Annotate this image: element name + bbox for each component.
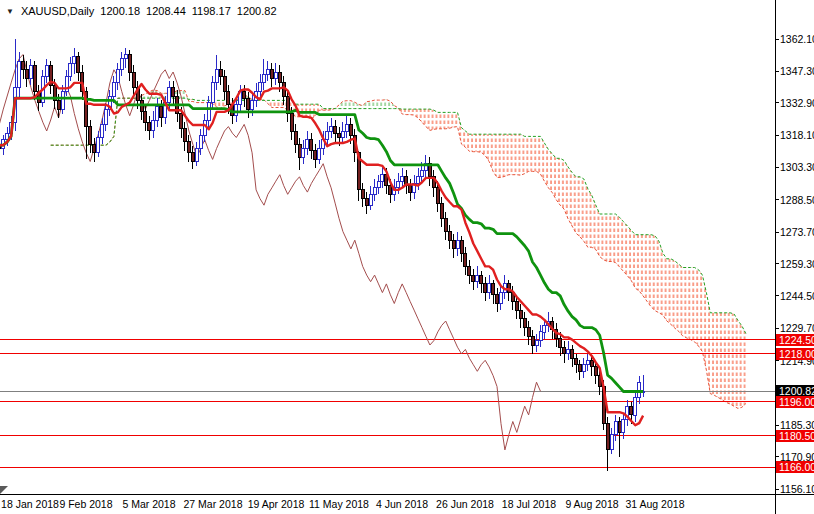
trading-chart-window: 1362.101347.301332.901318.101303.301288.… bbox=[0, 0, 814, 514]
axes bbox=[0, 0, 814, 514]
quote-close: 1200.82 bbox=[237, 5, 277, 17]
chart-header: ▼ XAUUSD,Daily 1200.18 1208.44 1198.17 1… bbox=[6, 4, 277, 18]
ichimoku-cloud bbox=[51, 90, 746, 408]
chart-menu-arrow-icon[interactable]: ▼ bbox=[6, 7, 14, 16]
quote-high: 1208.44 bbox=[146, 5, 186, 17]
symbol-timeframe-title: XAUUSD,Daily bbox=[21, 5, 94, 17]
chikou-span-line bbox=[0, 55, 541, 450]
quote-low: 1198.17 bbox=[192, 5, 231, 17]
price-chart-canvas[interactable] bbox=[0, 0, 814, 514]
horizontal-level-lines bbox=[0, 340, 775, 468]
plot-area[interactable] bbox=[0, 39, 775, 471]
tenkan-sen-line bbox=[0, 82, 643, 426]
quote-open: 1200.18 bbox=[100, 5, 140, 17]
axis-corner-marker-icon bbox=[0, 486, 8, 494]
